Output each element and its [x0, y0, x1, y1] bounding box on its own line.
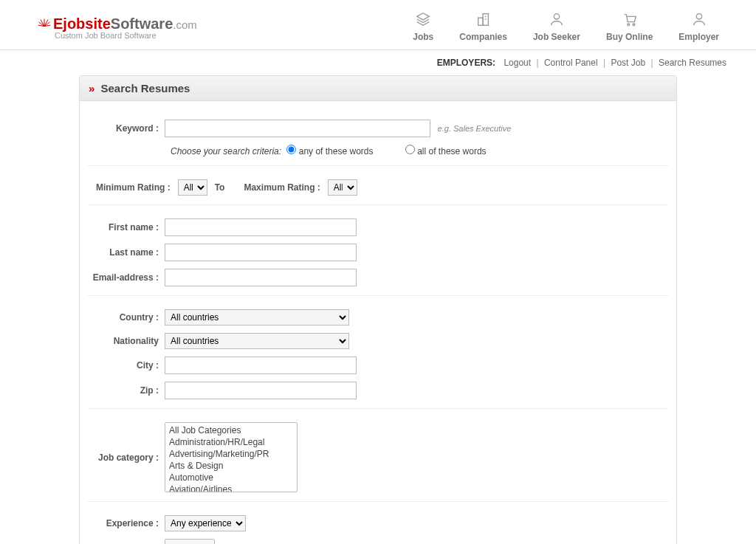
logo[interactable]: E jobsite Software .com Custom Job Board…	[37, 14, 197, 40]
criteria-all-text: all of these words	[417, 146, 486, 156]
nav-label: Job Seeker	[533, 32, 580, 42]
jobcategory-select[interactable]: All Job CategoriesAdministration/HR/Lega…	[165, 422, 298, 492]
subnav-logout[interactable]: Logout	[504, 58, 531, 68]
site-header: E jobsite Software .com Custom Job Board…	[0, 0, 756, 50]
svg-point-15	[696, 14, 701, 19]
city-label: City :	[87, 360, 165, 371]
nav-jobseeker[interactable]: Job Seeker	[533, 11, 580, 42]
experience-select[interactable]: Any experience	[165, 515, 246, 531]
nav-buyonline[interactable]: Buy Online	[606, 11, 653, 42]
user-icon	[549, 11, 565, 27]
lastname-label: Last name :	[87, 247, 165, 258]
jobcategory-option[interactable]: Aviation/Airlines	[168, 483, 295, 492]
nav-label: Buy Online	[606, 32, 653, 42]
cart-icon	[622, 11, 638, 27]
search-button[interactable]: Search	[165, 539, 215, 544]
employer-subnav: EMPLOYERS: Logout | Control Panel | Post…	[0, 50, 756, 75]
nav-employer[interactable]: Employer	[678, 11, 719, 42]
jobcategory-option[interactable]: Administration/HR/Legal	[168, 436, 295, 448]
stack-icon	[415, 11, 431, 27]
svg-marker-7	[417, 13, 430, 20]
logo-text-software: Software	[111, 16, 173, 32]
user-icon	[691, 11, 707, 27]
firstname-input[interactable]	[165, 218, 357, 236]
lastname-input[interactable]	[165, 244, 357, 261]
sunburst-icon	[37, 14, 52, 32]
criteria-all-radio[interactable]	[405, 145, 415, 154]
criteria-all-label[interactable]: all of these words	[405, 146, 487, 156]
separator: |	[603, 58, 605, 68]
logo-text-e: E	[53, 16, 63, 32]
keyword-label: Keyword :	[87, 123, 165, 134]
panel-title: Search Resumes	[101, 82, 190, 94]
subnav-label: EMPLOYERS:	[437, 58, 495, 68]
search-resumes-panel: » Search Resumes Keyword : e.g. Sales Ex…	[79, 75, 677, 544]
nav-label: Employer	[678, 32, 719, 42]
email-label: Email-address :	[87, 272, 165, 283]
logo-tagline: Custom Job Board Software	[55, 31, 197, 40]
jobcategory-option[interactable]: Arts & Design	[168, 460, 295, 472]
criteria-prompt: Choose your search criteria:	[171, 146, 281, 156]
svg-point-14	[633, 24, 635, 26]
jobcategory-option[interactable]: All Job Categories	[168, 424, 295, 436]
zip-label: Zip :	[87, 385, 165, 396]
logo-text-dotcom: .com	[173, 18, 197, 31]
separator: |	[650, 58, 653, 68]
panel-header: » Search Resumes	[80, 76, 676, 101]
top-nav: Jobs Companies Job Seeker Buy Online Emp…	[413, 11, 719, 42]
keyword-hint: e.g. Sales Executive	[438, 124, 512, 133]
max-rating-select[interactable]: All..	[328, 179, 357, 196]
max-rating-label: Maximum Rating :	[244, 182, 320, 193]
jobcategory-option[interactable]: Advertising/Marketing/PR	[168, 448, 295, 460]
building-icon	[475, 11, 492, 27]
zip-input[interactable]	[165, 382, 357, 399]
criteria-any-label[interactable]: any of these words	[286, 146, 373, 156]
firstname-label: First name :	[87, 222, 165, 233]
jobcategory-label: Job category :	[87, 452, 165, 463]
nav-label: Companies	[459, 32, 507, 42]
separator: |	[536, 58, 538, 68]
country-label: Country :	[87, 312, 165, 323]
experience-label: Experience :	[87, 518, 165, 528]
svg-point-13	[627, 24, 629, 26]
min-rating-label: Minimum Rating :	[96, 182, 171, 193]
nationality-select[interactable]: All countries	[165, 333, 349, 349]
nav-label: Jobs	[413, 32, 433, 42]
jobcategory-option[interactable]: Automotive	[168, 472, 295, 483]
country-select[interactable]: All countries	[165, 309, 349, 326]
logo-text-jobsite: jobsite	[63, 16, 110, 32]
svg-rect-8	[478, 18, 482, 25]
min-rating-select[interactable]: All..	[178, 179, 207, 196]
email-input[interactable]	[165, 269, 357, 286]
subnav-search-resumes[interactable]: Search Resumes	[659, 58, 726, 68]
subnav-post-job[interactable]: Post Job	[611, 58, 645, 68]
city-input[interactable]	[165, 357, 357, 374]
keyword-input[interactable]	[165, 120, 430, 137]
nationality-label: Nationality	[87, 336, 165, 346]
chevron-icon: »	[89, 82, 94, 94]
svg-point-12	[554, 14, 559, 19]
subnav-control-panel[interactable]: Control Panel	[544, 58, 598, 68]
criteria-any-radio[interactable]	[286, 145, 296, 154]
criteria-any-text: any of these words	[299, 146, 374, 156]
nav-jobs[interactable]: Jobs	[413, 11, 433, 42]
to-label: To	[215, 182, 225, 193]
nav-companies[interactable]: Companies	[459, 11, 507, 42]
